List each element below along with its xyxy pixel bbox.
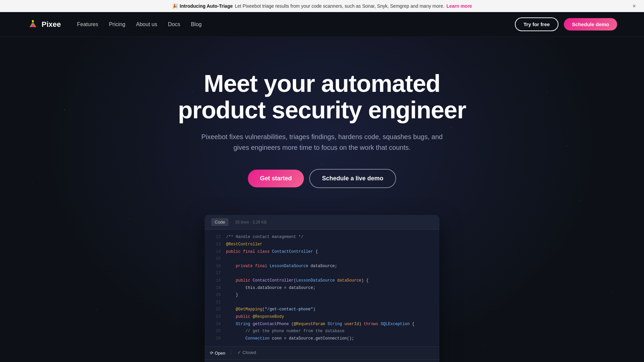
pr-item-0[interactable]: Introduced protections against deseriali… [205,360,439,362]
code-line-24: 24 String getContactPhone (@RequestParam… [205,321,439,328]
hero-content: Meet your automated product security eng… [178,70,466,208]
hero-subtitle: Pixeebot fixes vulnerabilities, triages … [201,131,443,153]
nav-links: Features Pricing About us Docs Blog [77,21,202,27]
code-file-meta: 35 lines · 3.29 KB [235,220,267,225]
hero-section: Meet your automated product security eng… [0,37,644,362]
logo-text: Pixee [42,20,61,29]
code-line-26: 26 Connection conn = dataSource.getConne… [205,335,439,343]
schedule-demo-button[interactable]: Schedule demo [564,18,617,31]
banner-emoji: 🎉 [172,3,178,9]
logo-link[interactable]: Pixee [27,18,61,31]
nav-features[interactable]: Features [77,21,98,27]
logo-icon [27,18,39,31]
banner-close-button[interactable]: × [632,3,636,9]
pr-tab-open[interactable]: Open [210,350,225,356]
code-tab[interactable]: Code [211,218,228,226]
code-line-15: 15 [205,255,439,263]
learn-more-link[interactable]: Learn more [446,3,472,9]
code-line-22: 22 @GetMapping("/get-contact-phone") [205,306,439,313]
code-line-25: 25 // get the phone number from the data… [205,328,439,335]
code-line-17: 17 [205,270,439,277]
banner-description: Let Pixeebot triage results from your co… [235,3,444,9]
code-line-12: 12 /** Handle contact management */ [205,234,439,241]
code-line-20: 20 } [205,292,439,299]
announcement-banner: 🎉 Introducing Auto-Triage Let Pixeebot t… [0,0,644,12]
code-line-19: 19 this.dataSource = dataSource; [205,285,439,292]
banner-title: Introducing Auto-Triage [180,3,233,9]
hero-title-line1: Meet your automated [204,70,440,97]
pr-tab-closed[interactable]: ✓ Closed [237,350,256,356]
nav-about-us[interactable]: About us [136,21,157,27]
code-preview-header: Code 35 lines · 3.29 KB [205,215,439,230]
schedule-live-demo-button[interactable]: Schedule a live demo [309,169,396,188]
nav-left: Pixee Features Pricing About us Docs Blo… [27,18,202,31]
hero-title-line2: product security engineer [178,97,466,123]
banner-text: 🎉 Introducing Auto-Triage Let Pixeebot t… [172,3,472,9]
nav-pricing[interactable]: Pricing [109,21,125,27]
hero-cta: Get started Schedule a live demo [178,169,466,188]
navbar: Pixee Features Pricing About us Docs Blo… [0,12,644,37]
nav-docs[interactable]: Docs [168,21,180,27]
svg-point-2 [32,20,34,22]
code-preview-panel: Code 35 lines · 3.29 KB 12 /** Handle co… [205,215,439,362]
code-line-23: 23 public @ResponseBody [205,313,439,321]
code-body: 12 /** Handle contact management */ 13 @… [205,230,439,346]
pr-tabs: Open / ✓ Closed [205,347,439,360]
code-line-21: 21 [205,299,439,306]
get-started-button[interactable]: Get started [248,170,304,187]
code-line-14: 14 public final class ContactController … [205,248,439,256]
pr-section: Open / ✓ Closed Introduce [205,346,439,362]
hero-title: Meet your automated product security eng… [178,70,466,123]
tab-divider: / [231,350,232,356]
code-line-16: 16 private final LessonDataSource dataSo… [205,263,439,270]
code-line-13: 13 @RestController [205,241,439,248]
try-free-button[interactable]: Try for free [515,17,558,31]
code-line-18: 18 public ContactController(LessonDataSo… [205,277,439,285]
nav-right: Try for free Schedule demo [515,17,617,31]
nav-blog[interactable]: Blog [191,21,202,27]
